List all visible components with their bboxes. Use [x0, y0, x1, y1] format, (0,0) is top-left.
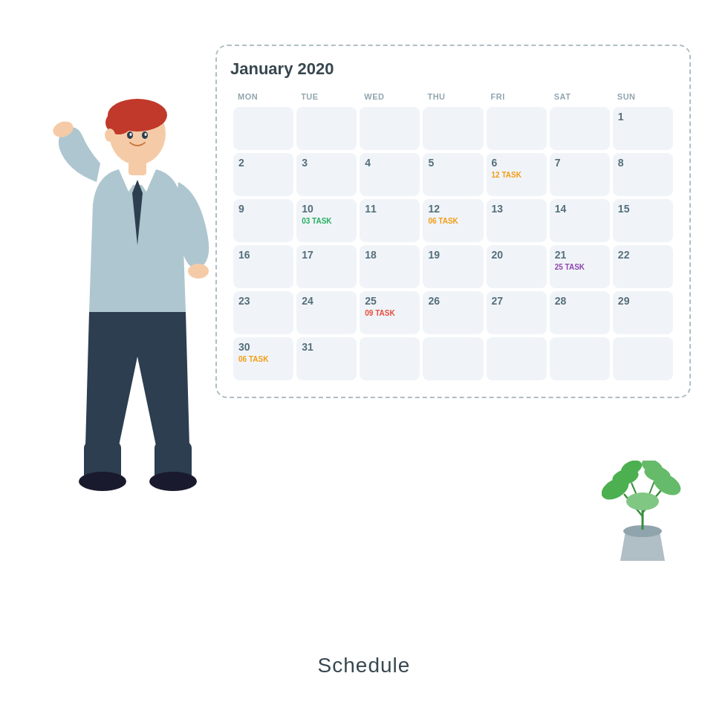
day-number: 22: [618, 249, 668, 261]
svg-point-25: [626, 493, 659, 510]
calendar-body: 12345612 TASK7891003 TASK111206 TASK1314…: [233, 107, 673, 380]
calendar-day-cell[interactable]: [423, 337, 483, 380]
calendar-week-row: 91003 TASK111206 TASK131415: [233, 199, 673, 242]
task-label: 06 TASK: [428, 217, 478, 225]
svg-point-14: [145, 133, 147, 136]
calendar-day-cell[interactable]: [233, 107, 293, 150]
svg-point-6: [188, 264, 209, 279]
day-number: 7: [555, 157, 605, 169]
calendar-day-cell[interactable]: 28: [550, 291, 610, 334]
calendar-day-cell[interactable]: 26: [423, 291, 483, 334]
calendar-day-cell[interactable]: 15: [613, 199, 673, 242]
calendar-day-cell[interactable]: 4: [360, 153, 420, 196]
calendar-day-cell[interactable]: 14: [550, 199, 610, 242]
day-number: 26: [428, 295, 478, 307]
day-number: 14: [555, 203, 605, 215]
calendar-day-cell[interactable]: [487, 337, 547, 380]
calendar-weekday-header: MON: [233, 89, 293, 104]
day-number: 12: [428, 203, 478, 215]
day-number: 25: [365, 295, 415, 307]
calendar-day-cell[interactable]: 29: [613, 291, 673, 334]
task-label: 12 TASK: [492, 171, 542, 179]
calendar-day-cell[interactable]: 3: [296, 153, 357, 196]
day-number: 27: [492, 295, 542, 307]
scene: January 2020 MONTUEWEDTHUFRISATSUN 12345…: [0, 0, 728, 728]
calendar-grid: MONTUEWEDTHUFRISATSUN 12345612 TASK78910…: [230, 86, 676, 383]
day-number: 28: [555, 295, 605, 307]
calendar-day-cell[interactable]: 2125 TASK: [550, 245, 610, 288]
day-number: 6: [492, 157, 542, 169]
calendar-day-cell[interactable]: 1206 TASK: [423, 199, 483, 242]
svg-point-9: [79, 472, 126, 491]
day-number: 5: [428, 157, 478, 169]
day-number: 18: [365, 249, 415, 261]
day-number: 11: [365, 203, 415, 215]
calendar-day-cell[interactable]: 16: [233, 245, 293, 288]
calendar-day-cell[interactable]: 1: [613, 107, 673, 150]
calendar-weekday-header: TUE: [296, 89, 357, 104]
day-number: 8: [618, 157, 668, 169]
day-number: 24: [302, 295, 351, 307]
day-number: 3: [302, 157, 351, 169]
calendar-header: MONTUEWEDTHUFRISATSUN: [233, 89, 673, 104]
calendar-day-cell[interactable]: 22: [613, 245, 673, 288]
calendar-day-cell[interactable]: 31: [296, 337, 357, 380]
calendar-weekday-header: THU: [423, 89, 483, 104]
task-label: 25 TASK: [555, 263, 605, 271]
person-illustration: [22, 74, 230, 520]
calendar-day-cell[interactable]: 1003 TASK: [296, 199, 357, 242]
calendar-day-cell[interactable]: 7: [550, 153, 610, 196]
day-number: 23: [238, 295, 288, 307]
calendar-day-cell[interactable]: 19: [423, 245, 483, 288]
calendar-week-row: 16171819202125 TASK22: [233, 245, 673, 288]
calendar-week-row: 1: [233, 107, 673, 150]
calendar-day-cell[interactable]: 13: [487, 199, 547, 242]
calendar-day-cell[interactable]: [613, 337, 673, 380]
day-number: 13: [492, 203, 542, 215]
calendar-day-cell[interactable]: [296, 107, 357, 150]
calendar: January 2020 MONTUEWEDTHUFRISATSUN 12345…: [215, 45, 691, 398]
day-number: 19: [428, 249, 478, 261]
calendar-day-cell[interactable]: [360, 337, 420, 380]
task-label: 03 TASK: [302, 217, 351, 225]
day-number: 29: [618, 295, 668, 307]
day-number: 1: [618, 111, 668, 123]
calendar-weekday-header: SUN: [613, 89, 673, 104]
calendar-day-cell[interactable]: 8: [613, 153, 673, 196]
calendar-week-row: 3006 TASK31: [233, 337, 673, 380]
calendar-day-cell[interactable]: 27: [487, 291, 547, 334]
svg-point-13: [130, 133, 132, 136]
calendar-weekday-header: FRI: [487, 89, 547, 104]
calendar-day-cell[interactable]: [550, 337, 610, 380]
calendar-day-cell[interactable]: [487, 107, 547, 150]
calendar-day-cell[interactable]: 20: [487, 245, 547, 288]
svg-point-3: [105, 129, 115, 142]
calendar-day-cell[interactable]: 5: [423, 153, 483, 196]
calendar-day-cell[interactable]: 3006 TASK: [233, 337, 293, 380]
calendar-day-cell[interactable]: 18: [360, 245, 420, 288]
schedule-label: Schedule: [0, 654, 728, 677]
calendar-day-cell[interactable]: [360, 107, 420, 150]
calendar-day-cell[interactable]: 9: [233, 199, 293, 242]
day-number: 30: [238, 341, 288, 353]
calendar-day-cell[interactable]: 23: [233, 291, 293, 334]
calendar-day-cell[interactable]: 2: [233, 153, 293, 196]
day-number: 15: [618, 203, 668, 215]
task-label: 06 TASK: [238, 355, 288, 363]
day-number: 31: [302, 341, 351, 353]
day-number: 4: [365, 157, 415, 169]
calendar-day-cell[interactable]: 24: [296, 291, 357, 334]
plant-illustration: [602, 461, 683, 565]
calendar-day-cell[interactable]: 612 TASK: [487, 153, 547, 196]
calendar-day-cell[interactable]: 2509 TASK: [360, 291, 420, 334]
task-label: 09 TASK: [365, 309, 415, 317]
day-number: 20: [492, 249, 542, 261]
svg-rect-4: [129, 160, 146, 175]
day-number: 17: [302, 249, 351, 261]
calendar-day-cell[interactable]: 17: [296, 245, 357, 288]
calendar-day-cell[interactable]: [550, 107, 610, 150]
calendar-day-cell[interactable]: 11: [360, 199, 420, 242]
calendar-weekday-header: WED: [360, 89, 420, 104]
calendar-week-row: 2345612 TASK78: [233, 153, 673, 196]
calendar-day-cell[interactable]: [423, 107, 483, 150]
